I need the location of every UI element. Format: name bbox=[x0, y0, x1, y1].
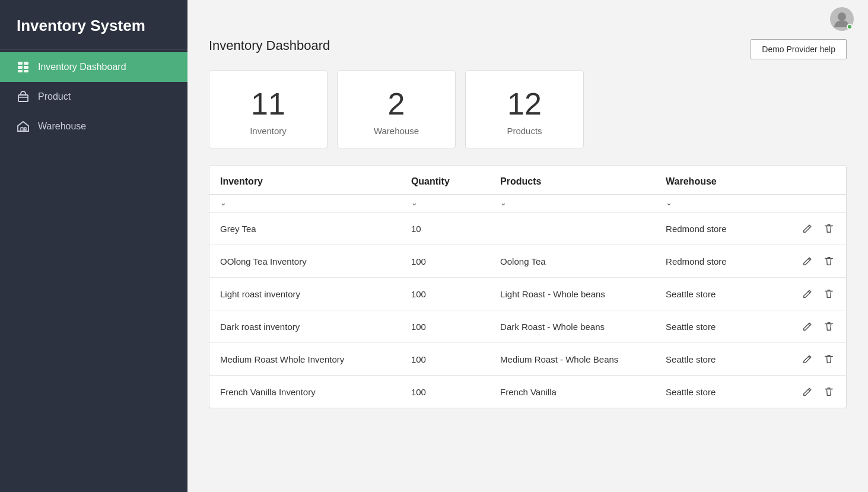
chevron-down-icon-warehouse[interactable]: ⌄ bbox=[666, 198, 672, 207]
sidebar-item-product-label: Product bbox=[38, 91, 71, 102]
table-row: OOlong Tea Inventory100Oolong TeaRedmond… bbox=[209, 245, 846, 278]
cell-warehouse: Seattle store bbox=[655, 343, 783, 376]
edit-icon bbox=[802, 321, 813, 332]
col-header-quantity: Quantity bbox=[400, 166, 489, 195]
cell-quantity: 10 bbox=[400, 212, 489, 245]
stat-number-warehouse: 2 bbox=[388, 87, 405, 121]
filter-warehouse[interactable]: ⌄ bbox=[655, 195, 783, 212]
table-filter-row: ⌄ ⌄ ⌄ ⌄ bbox=[209, 195, 846, 212]
cell-inventory: Dark roast inventory bbox=[209, 310, 400, 343]
stat-label-products: Products bbox=[507, 126, 542, 136]
chevron-down-icon-inventory[interactable]: ⌄ bbox=[220, 198, 227, 207]
trash-icon bbox=[824, 354, 834, 364]
trash-icon bbox=[824, 321, 834, 332]
delete-button[interactable] bbox=[822, 385, 835, 398]
app-title: Inventory System bbox=[0, 0, 187, 50]
action-cell bbox=[793, 255, 835, 268]
stat-card-products: 12 Products bbox=[465, 70, 584, 148]
table-row: Light roast inventory100Light Roast - Wh… bbox=[209, 278, 846, 310]
cell-products bbox=[489, 212, 655, 245]
filter-actions bbox=[783, 195, 846, 212]
col-header-products: Products bbox=[489, 166, 655, 195]
cell-warehouse: Seattle store bbox=[655, 376, 783, 408]
cell-actions bbox=[783, 343, 846, 376]
user-avatar[interactable] bbox=[830, 7, 854, 31]
table-row: Grey Tea10Redmond store bbox=[209, 212, 846, 245]
svg-rect-1 bbox=[24, 62, 28, 65]
stat-cards: 11 Inventory 2 Warehouse 12 Products bbox=[209, 70, 847, 148]
delete-button[interactable] bbox=[822, 287, 835, 300]
edit-button[interactable] bbox=[801, 255, 814, 268]
stat-label-inventory: Inventory bbox=[250, 126, 287, 136]
trash-icon bbox=[824, 256, 834, 266]
cell-inventory: Grey Tea bbox=[209, 212, 400, 245]
stat-card-warehouse: 2 Warehouse bbox=[337, 70, 456, 148]
sidebar-item-warehouse[interactable]: Warehouse bbox=[0, 112, 187, 141]
trash-icon bbox=[824, 386, 834, 397]
action-cell bbox=[793, 287, 835, 300]
help-button[interactable]: Demo Provider help bbox=[751, 39, 847, 59]
edit-button[interactable] bbox=[801, 385, 814, 398]
delete-button[interactable] bbox=[822, 255, 835, 268]
cell-inventory: OOlong Tea Inventory bbox=[209, 245, 400, 278]
cell-actions bbox=[783, 310, 846, 343]
action-cell bbox=[793, 320, 835, 333]
stat-number-inventory: 11 bbox=[251, 87, 285, 121]
edit-icon bbox=[802, 223, 813, 234]
svg-rect-5 bbox=[24, 70, 28, 72]
filter-quantity[interactable]: ⌄ bbox=[400, 195, 489, 212]
cell-products: Light Roast - Whole beans bbox=[489, 278, 655, 310]
trash-icon bbox=[824, 288, 834, 299]
sidebar-item-warehouse-label: Warehouse bbox=[38, 121, 86, 132]
inventory-table-wrap: Inventory Quantity Products Warehouse ⌄ … bbox=[209, 165, 847, 408]
table-body: Grey Tea10Redmond store OOlong Tea Inven… bbox=[209, 212, 846, 408]
chevron-down-icon-products[interactable]: ⌄ bbox=[500, 198, 507, 207]
warehouse-icon bbox=[17, 120, 30, 133]
edit-icon bbox=[802, 386, 813, 397]
cell-warehouse: Redmond store bbox=[655, 212, 783, 245]
svg-rect-4 bbox=[18, 70, 23, 72]
filter-inventory[interactable]: ⌄ bbox=[209, 195, 400, 212]
cell-quantity: 100 bbox=[400, 310, 489, 343]
col-header-actions bbox=[783, 166, 846, 195]
cell-products: Oolong Tea bbox=[489, 245, 655, 278]
sidebar-item-dashboard[interactable]: Inventory Dashboard bbox=[0, 52, 187, 82]
cell-quantity: 100 bbox=[400, 245, 489, 278]
svg-rect-0 bbox=[18, 62, 23, 65]
edit-button[interactable] bbox=[801, 287, 814, 300]
grid-icon bbox=[17, 61, 30, 74]
svg-rect-9 bbox=[24, 128, 26, 130]
cell-actions bbox=[783, 212, 846, 245]
filter-products[interactable]: ⌄ bbox=[489, 195, 655, 212]
edit-button[interactable] bbox=[801, 222, 814, 235]
svg-rect-2 bbox=[18, 66, 23, 69]
delete-button[interactable] bbox=[822, 353, 835, 366]
online-dot bbox=[847, 24, 853, 30]
col-header-inventory: Inventory bbox=[209, 166, 400, 195]
chevron-down-icon-quantity[interactable]: ⌄ bbox=[411, 198, 418, 207]
main-content: Inventory Dashboard Demo Provider help 1… bbox=[187, 0, 868, 492]
table-row: Dark roast inventory100Dark Roast - Whol… bbox=[209, 310, 846, 343]
sidebar-item-dashboard-label: Inventory Dashboard bbox=[38, 62, 126, 72]
delete-button[interactable] bbox=[822, 320, 835, 333]
action-cell bbox=[793, 385, 835, 398]
cell-quantity: 100 bbox=[400, 278, 489, 310]
sidebar-item-product[interactable]: Product bbox=[0, 82, 187, 112]
edit-button[interactable] bbox=[801, 353, 814, 366]
cell-warehouse: Seattle store bbox=[655, 278, 783, 310]
sidebar: Inventory System Inventory Dashboard bbox=[0, 0, 187, 492]
edit-icon bbox=[802, 354, 813, 364]
svg-rect-6 bbox=[18, 95, 28, 101]
topbar bbox=[187, 0, 868, 38]
cell-products: Dark Roast - Whole beans bbox=[489, 310, 655, 343]
edit-button[interactable] bbox=[801, 320, 814, 333]
trash-icon bbox=[824, 223, 834, 234]
cell-warehouse: Redmond store bbox=[655, 245, 783, 278]
delete-button[interactable] bbox=[822, 222, 835, 235]
sidebar-nav: Inventory Dashboard Product Warehouse bbox=[0, 52, 187, 141]
cell-products: French Vanilla bbox=[489, 376, 655, 408]
cell-products: Medium Roast - Whole Beans bbox=[489, 343, 655, 376]
table-header-row: Inventory Quantity Products Warehouse bbox=[209, 166, 846, 195]
stat-number-products: 12 bbox=[507, 87, 542, 121]
action-cell bbox=[793, 222, 835, 235]
